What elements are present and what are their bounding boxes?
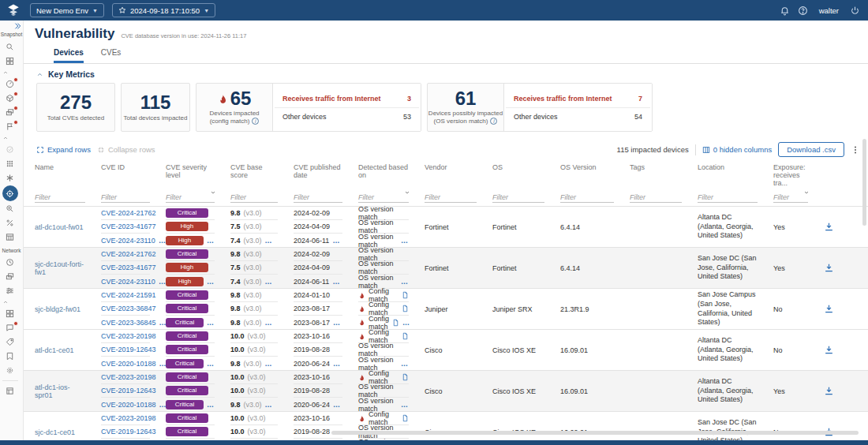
show-more-ellipsis[interactable]: … — [401, 278, 409, 286]
notifications-bell-icon[interactable] — [780, 6, 790, 16]
filter-input[interactable] — [294, 193, 342, 203]
sidebar-item-gauge[interactable] — [2, 77, 18, 91]
download-csv-button[interactable]: Download .csv — [778, 142, 844, 157]
filter-input[interactable] — [492, 193, 544, 203]
cve-link[interactable]: CVE-2020-10188 — [101, 401, 156, 409]
document-icon[interactable] — [402, 332, 409, 340]
cve-link[interactable]: CVE-2024-21762 — [101, 250, 156, 258]
info-icon[interactable]: i — [252, 118, 259, 125]
show-more-ellipsis[interactable]: … — [265, 278, 273, 286]
column-header[interactable]: Name — [27, 161, 93, 188]
help-icon[interactable] — [798, 6, 808, 16]
show-more-ellipsis[interactable]: … — [401, 401, 409, 409]
cve-link[interactable]: CVE-2020-10188 — [101, 360, 156, 368]
sidebar-item-dot-matrix[interactable] — [2, 157, 18, 170]
snapshot-datetime-selector[interactable]: 2024-09-18 17:10:50 ▼ — [112, 3, 215, 17]
sidebar-item-device-stack[interactable] — [2, 106, 18, 119]
download-row-icon[interactable] — [824, 304, 834, 314]
cve-link[interactable]: CVE-2024-23110 — [101, 278, 155, 286]
download-row-icon[interactable] — [824, 345, 834, 355]
document-icon[interactable] — [402, 291, 409, 299]
more-options-icon[interactable] — [851, 144, 860, 155]
sidebar-item-clock[interactable] — [2, 256, 18, 269]
show-more-ellipsis[interactable]: … — [333, 319, 341, 327]
show-more-ellipsis[interactable]: … — [333, 360, 341, 368]
device-name[interactable]: atl-dc1out-fw01 — [35, 223, 84, 231]
document-icon[interactable] — [402, 414, 409, 422]
show-more-ellipsis[interactable]: … — [207, 360, 215, 368]
table-row[interactable]: sjc-dc1out-forti-fw1 CVE-2024-21762CVE-2… — [24, 247, 868, 288]
filter-input[interactable] — [425, 193, 477, 203]
column-header[interactable]: OS Version — [552, 161, 622, 188]
show-more-ellipsis[interactable]: … — [207, 278, 215, 286]
show-more-ellipsis[interactable]: … — [207, 319, 215, 327]
device-name[interactable]: atl-dc1-ce01 — [35, 346, 74, 354]
column-header[interactable]: CVE severity level — [158, 161, 223, 188]
environment-selector[interactable]: New Demo Env ▼ — [30, 3, 104, 17]
document-icon[interactable] — [392, 319, 399, 327]
chevron-down-icon[interactable] — [404, 189, 410, 196]
sidebar-item-banner-flag[interactable] — [2, 350, 18, 363]
tab-cves[interactable]: CVEs — [101, 48, 122, 63]
cve-link[interactable]: CVE-2019-12643 — [101, 387, 156, 395]
sidebar-item-zoom-search[interactable] — [2, 202, 18, 215]
cve-link[interactable]: CVE-2023-41677 — [101, 222, 156, 230]
column-header[interactable]: CVE published date — [286, 161, 350, 188]
sidebar-item-cube[interactable] — [2, 92, 18, 105]
table-row[interactable]: sjc-dc1-ce01 CVE-2023-20198CVE-2019-1264… — [24, 411, 868, 440]
cve-link[interactable]: CVE-2019-12643 — [101, 428, 156, 436]
column-header[interactable]: CVE base score — [223, 161, 286, 188]
cve-link[interactable]: CVE-2024-21591 — [101, 291, 156, 299]
chevron-down-icon[interactable] — [210, 189, 216, 196]
column-header[interactable]: Detected based on — [350, 161, 417, 188]
section-chevron-up-icon[interactable] — [2, 69, 18, 77]
expand-panel-icon[interactable] — [13, 22, 21, 30]
document-icon[interactable] — [402, 305, 409, 312]
sidebar-item-percent[interactable] — [2, 216, 18, 230]
show-more-ellipsis[interactable]: … — [265, 319, 273, 327]
table-row[interactable]: sjc-bldg2-fw01 CVE-2024-21591CVE-2023-36… — [24, 288, 868, 329]
download-row-icon[interactable] — [824, 222, 834, 232]
sidebar-item-gear[interactable] — [2, 364, 18, 377]
filter-input[interactable] — [35, 193, 85, 203]
vertical-scrollbar[interactable] — [862, 139, 866, 226]
collapse-section-icon[interactable] — [36, 71, 43, 78]
sidebar-item-table-grid[interactable] — [2, 230, 18, 244]
username[interactable]: walter — [819, 6, 839, 15]
table-row[interactable]: atl-dc1out-fw01 CVE-2024-21762CVE-2023-4… — [24, 206, 868, 247]
sidebar-item-tag[interactable] — [2, 335, 18, 349]
cve-link[interactable]: CVE-2019-12643 — [101, 346, 156, 353]
section-chevron-up-icon[interactable] — [2, 298, 18, 306]
info-icon[interactable]: i — [490, 118, 497, 125]
filter-input[interactable] — [630, 193, 682, 203]
column-header[interactable]: Tags — [622, 161, 690, 188]
cve-link[interactable]: CVE-2024-21762 — [101, 209, 156, 217]
sidebar-item-search[interactable] — [2, 40, 18, 54]
filter-input[interactable] — [698, 193, 758, 203]
device-name[interactable]: sjc-bldg2-fw01 — [35, 305, 80, 313]
document-icon[interactable] — [402, 373, 409, 381]
show-more-ellipsis[interactable]: … — [333, 401, 341, 409]
show-more-ellipsis[interactable]: … — [207, 401, 215, 409]
cve-link[interactable]: CVE-2023-36845 — [101, 319, 156, 327]
filter-input[interactable] — [166, 193, 215, 203]
device-name[interactable]: sjc-dc1out-forti-fw1 — [35, 260, 85, 276]
expand-rows-button[interactable]: Expand rows — [36, 145, 91, 154]
sidebar-item-app-grid[interactable] — [2, 307, 18, 320]
cve-link[interactable]: CVE-2023-36847 — [101, 305, 156, 312]
sidebar-item-flag[interactable] — [2, 120, 18, 133]
column-header[interactable]: CVE ID — [93, 161, 158, 188]
collapse-rows-button[interactable]: Collapse rows — [97, 145, 155, 154]
sidebar-item-sliders[interactable] — [2, 284, 18, 297]
show-more-ellipsis[interactable]: … — [332, 237, 340, 245]
show-more-ellipsis[interactable]: … — [332, 278, 340, 286]
show-more-ellipsis[interactable]: … — [265, 237, 273, 245]
hidden-columns-button[interactable]: 0 hidden columns — [702, 145, 772, 154]
device-name[interactable]: sjc-dc1-ce01 — [35, 428, 75, 436]
filter-input[interactable] — [230, 193, 278, 203]
show-more-ellipsis[interactable]: … — [401, 237, 409, 245]
sidebar-item-layered-devices[interactable] — [2, 270, 18, 283]
filter-input[interactable] — [358, 193, 409, 203]
cve-link[interactable]: CVE-2023-20198 — [101, 373, 156, 381]
sidebar-item-vulnerability-target[interactable] — [2, 185, 18, 201]
